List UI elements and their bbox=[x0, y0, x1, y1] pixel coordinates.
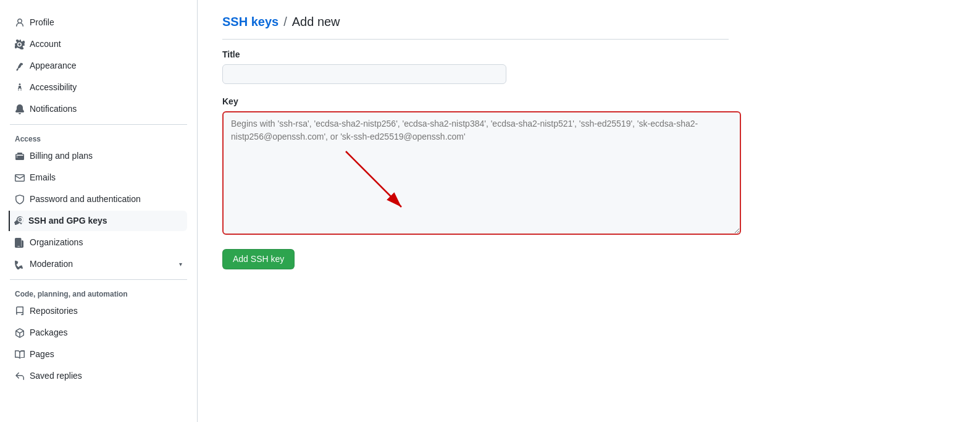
sidebar-item-accessibility[interactable]: Accessibility bbox=[10, 77, 187, 98]
sidebar-item-accessibility-label: Accessibility bbox=[30, 81, 77, 94]
sidebar-item-ssh-gpg-label: SSH and GPG keys bbox=[28, 214, 107, 227]
breadcrumb-link[interactable]: SSH keys bbox=[222, 15, 279, 29]
paintbrush-icon bbox=[15, 61, 25, 71]
pages-icon bbox=[15, 350, 25, 360]
credit-card-icon bbox=[15, 151, 25, 161]
sidebar-item-notifications-label: Notifications bbox=[30, 103, 77, 116]
submit-group: Add SSH key bbox=[222, 249, 729, 269]
title-field-group: Title bbox=[222, 49, 729, 84]
sidebar-item-password-label: Password and authentication bbox=[30, 193, 141, 206]
sidebar-item-packages-label: Packages bbox=[30, 326, 67, 339]
chevron-down-icon: ▾ bbox=[179, 260, 182, 269]
title-input[interactable] bbox=[222, 64, 506, 84]
sidebar-item-organizations[interactable]: Organizations bbox=[10, 232, 187, 253]
sidebar-item-billing-label: Billing and plans bbox=[30, 150, 93, 162]
sidebar-item-emails[interactable]: Emails bbox=[10, 167, 187, 188]
key-textarea-wrapper bbox=[222, 111, 729, 237]
person-icon bbox=[15, 18, 25, 28]
sidebar-access-section: Access Billing and plans Emails bbox=[10, 130, 187, 274]
add-ssh-key-button[interactable]: Add SSH key bbox=[222, 249, 295, 269]
sidebar-item-billing[interactable]: Billing and plans bbox=[10, 146, 187, 166]
sidebar-item-packages[interactable]: Packages bbox=[10, 323, 187, 343]
sidebar-section-code-label: Code, planning, and automation bbox=[10, 285, 187, 301]
sidebar-item-pages-label: Pages bbox=[30, 348, 54, 361]
sidebar-top-section: Profile Account Appearance bbox=[10, 12, 187, 119]
sidebar-item-appearance[interactable]: Appearance bbox=[10, 56, 187, 76]
title-label: Title bbox=[222, 49, 729, 59]
sidebar-divider-1 bbox=[10, 124, 187, 125]
sidebar-item-ssh-gpg[interactable]: SSH and GPG keys bbox=[9, 211, 187, 231]
page-title: Add new bbox=[292, 15, 340, 29]
sidebar-item-repositories[interactable]: Repositories bbox=[10, 301, 187, 321]
breadcrumb-separator: / bbox=[283, 15, 287, 29]
mail-icon bbox=[15, 173, 25, 183]
sidebar-item-moderation[interactable]: Moderation ▾ bbox=[10, 254, 187, 274]
key-icon bbox=[14, 216, 23, 226]
key-textarea[interactable] bbox=[222, 111, 741, 235]
sidebar-item-emails-label: Emails bbox=[30, 171, 56, 184]
sidebar-divider-2 bbox=[10, 279, 187, 280]
gear-icon bbox=[15, 40, 25, 49]
sidebar-item-password[interactable]: Password and authentication bbox=[10, 189, 187, 209]
sidebar-item-saved-replies-label: Saved replies bbox=[30, 369, 82, 382]
sidebar-item-profile[interactable]: Profile bbox=[10, 12, 187, 33]
shield-icon bbox=[15, 195, 25, 205]
page-header: SSH keys / Add new bbox=[222, 15, 729, 40]
sidebar-item-account[interactable]: Account bbox=[10, 34, 187, 54]
key-field-group: Key bbox=[222, 96, 729, 237]
sidebar: Profile Account Appearance bbox=[0, 0, 198, 422]
sidebar-item-repositories-label: Repositories bbox=[30, 305, 78, 318]
accessibility-icon bbox=[15, 83, 25, 93]
sidebar-item-saved-replies[interactable]: Saved replies bbox=[10, 366, 187, 386]
sidebar-item-notifications[interactable]: Notifications bbox=[10, 99, 187, 119]
sidebar-item-account-label: Account bbox=[30, 38, 61, 51]
package-icon bbox=[15, 328, 25, 338]
moderation-icon bbox=[15, 260, 25, 269]
sidebar-item-pages[interactable]: Pages bbox=[10, 344, 187, 365]
main-content: SSH keys / Add new Title Key Add SSH key bbox=[198, 0, 753, 422]
org-icon bbox=[15, 238, 25, 248]
sidebar-section-access-label: Access bbox=[10, 130, 187, 146]
repo-icon bbox=[15, 306, 25, 316]
sidebar-item-moderation-label: Moderation bbox=[30, 258, 73, 271]
bell-icon bbox=[15, 104, 25, 114]
reply-icon bbox=[15, 371, 25, 381]
sidebar-item-profile-label: Profile bbox=[30, 16, 54, 29]
sidebar-code-section: Code, planning, and automation Repositor… bbox=[10, 285, 187, 386]
sidebar-item-appearance-label: Appearance bbox=[30, 59, 77, 72]
key-label: Key bbox=[222, 96, 729, 106]
sidebar-item-organizations-label: Organizations bbox=[30, 236, 83, 249]
